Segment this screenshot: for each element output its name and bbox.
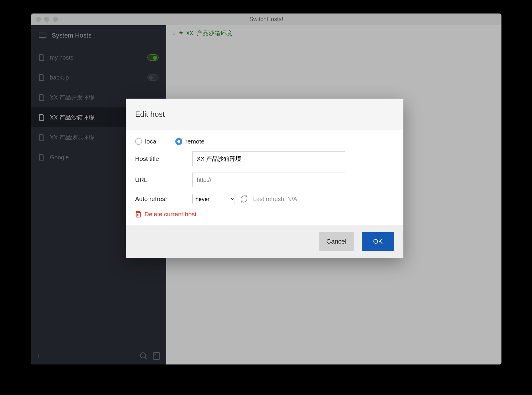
dialog-title: Edit host (126, 99, 403, 130)
radio-local[interactable]: local (135, 138, 158, 145)
cancel-button[interactable]: Cancel (319, 232, 354, 251)
dialog-body: local remote Host title URL (126, 130, 403, 225)
radio-remote-label: remote (185, 138, 204, 145)
last-refresh-label: Last refresh: N/A (253, 196, 297, 202)
ok-button[interactable]: OK (362, 232, 394, 251)
svg-rect-6 (136, 212, 140, 217)
host-title-row: Host title (135, 151, 394, 166)
radio-dot (135, 138, 142, 145)
delete-host-label: Delete current host (144, 211, 196, 218)
url-label: URL (135, 176, 192, 183)
dialog-footer: Cancel OK (126, 225, 403, 258)
modal-overlay[interactable]: Edit host local remote Host title (0, 0, 532, 395)
type-row: local remote (135, 138, 394, 145)
radio-local-label: local (145, 138, 158, 145)
host-title-input[interactable] (192, 151, 345, 166)
radio-remote[interactable]: remote (175, 138, 204, 145)
auto-refresh-row: Auto refresh never Last refresh: N/A (135, 194, 394, 204)
host-title-label: Host title (135, 155, 192, 162)
trash-icon (135, 211, 142, 218)
auto-refresh-label: Auto refresh (135, 195, 192, 202)
url-row: URL (135, 173, 394, 187)
radio-dot (175, 138, 182, 145)
url-input[interactable] (192, 173, 345, 187)
auto-refresh-select[interactable]: never (192, 194, 235, 204)
edit-host-dialog: Edit host local remote Host title (126, 99, 403, 258)
refresh-icon[interactable] (240, 195, 248, 203)
delete-host-button[interactable]: Delete current host (135, 211, 394, 218)
